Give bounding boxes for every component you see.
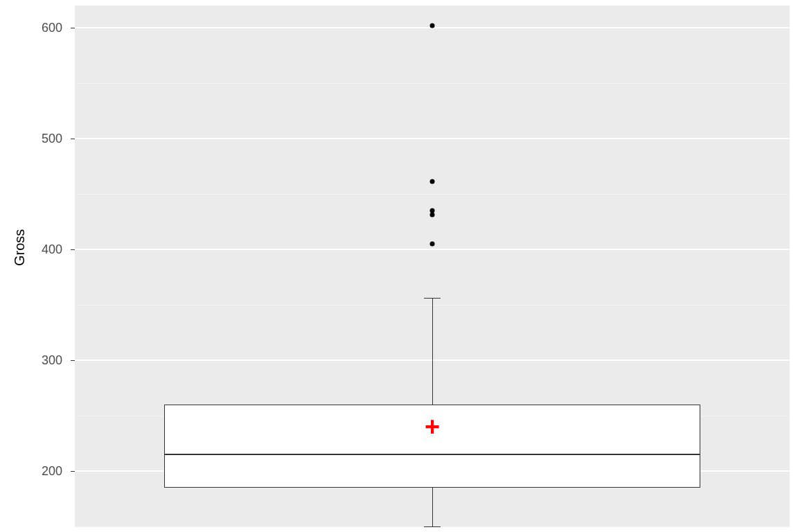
y-tick-mark (71, 471, 75, 472)
y-tick-mark (71, 360, 75, 361)
whisker-cap (424, 526, 441, 527)
outlier-point (430, 179, 435, 184)
y-tick-label: 600 (0, 21, 62, 35)
gridline-minor (75, 194, 790, 195)
y-tick-label: 200 (0, 464, 62, 479)
whisker-line (432, 298, 433, 405)
median-line (164, 454, 700, 455)
gridline-minor (75, 83, 790, 84)
whisker-cap (424, 298, 441, 299)
y-tick-mark (71, 249, 75, 250)
whisker-line (432, 488, 433, 526)
y-tick-label: 500 (0, 132, 62, 146)
gridline-major (75, 249, 790, 250)
gridline-major (75, 138, 790, 139)
outlier-point (430, 213, 435, 218)
y-tick-mark (71, 28, 75, 28)
y-tick-label: 300 (0, 353, 62, 368)
boxplot-chart: 200300400500600 Gross + (0, 0, 798, 532)
outlier-point (430, 242, 435, 247)
y-tick-label: 400 (0, 242, 62, 257)
y-tick-mark (71, 139, 75, 139)
outlier-point (430, 23, 435, 28)
mean-marker-plus-icon: + (425, 414, 440, 440)
outlier-point (430, 209, 435, 213)
y-axis-title: Gross (12, 229, 28, 266)
